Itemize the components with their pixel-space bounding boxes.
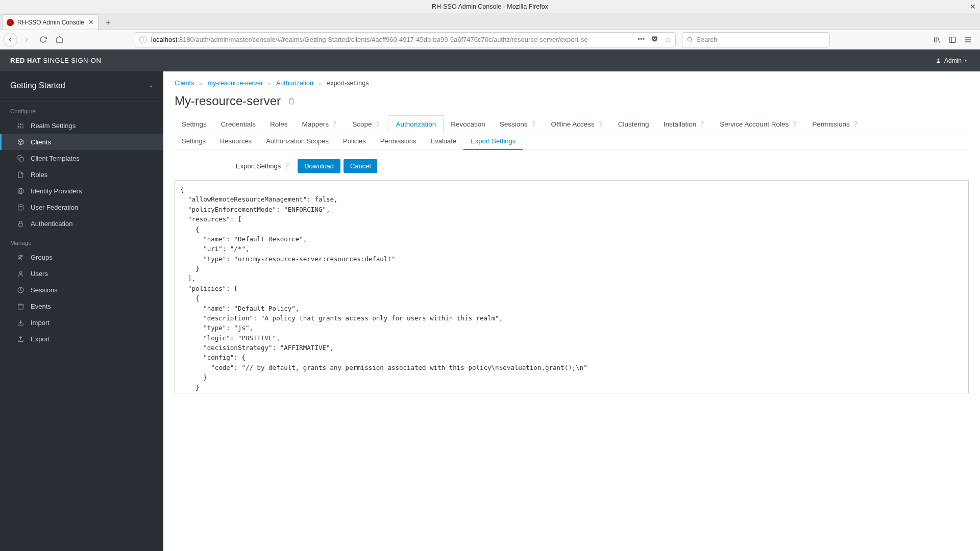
sidebar-item-clients[interactable]: Clients xyxy=(0,134,163,150)
help-icon[interactable]: ❔ xyxy=(530,121,537,128)
search-bar[interactable]: Search xyxy=(682,32,830,47)
sidebar-icon[interactable] xyxy=(948,36,957,44)
sidebar-item-export[interactable]: Export xyxy=(0,331,163,347)
tab-installation[interactable]: Installation❔ xyxy=(656,115,713,133)
main-content: Clients » my-resource-server » Authoriza… xyxy=(163,71,980,551)
browser-navbar: i localhost :8180/auth/admin/master/cons… xyxy=(0,30,980,49)
breadcrumb-link[interactable]: Clients xyxy=(175,80,194,87)
help-icon[interactable]: ❔ xyxy=(852,121,859,128)
help-icon[interactable]: ❔ xyxy=(283,163,290,169)
sidebar-item-events[interactable]: Events xyxy=(0,298,163,314)
nav-section-manage: Manage xyxy=(0,232,163,249)
sidebar-item-sessions[interactable]: Sessions xyxy=(0,282,163,298)
site-info-icon[interactable]: i xyxy=(139,36,147,43)
clock-icon xyxy=(17,287,24,293)
help-icon[interactable]: ❔ xyxy=(331,121,338,128)
sidebar-item-roles[interactable]: Roles xyxy=(0,166,163,183)
sliders-icon xyxy=(17,122,24,129)
tab-authorization[interactable]: Authorization xyxy=(388,115,444,133)
arrow-left-icon xyxy=(7,36,14,43)
svg-rect-1 xyxy=(949,37,955,42)
home-button[interactable] xyxy=(52,33,66,47)
cancel-button[interactable]: Cancel xyxy=(344,159,377,173)
tab-permissions[interactable]: Permissions❔ xyxy=(805,115,866,133)
trash-icon xyxy=(288,97,295,105)
realm-name: Getting Started xyxy=(10,81,65,90)
tab-credentials[interactable]: Credentials xyxy=(214,115,263,133)
sidebar-item-users[interactable]: Users xyxy=(0,265,163,282)
sidebar-item-import[interactable]: Import xyxy=(0,314,163,331)
subtab-settings[interactable]: Settings xyxy=(175,133,213,149)
subtab-permissions[interactable]: Permissions xyxy=(373,133,424,149)
breadcrumb-link[interactable]: my-resource-server xyxy=(208,80,263,87)
tab-settings[interactable]: Settings xyxy=(175,115,214,133)
subtab-resources[interactable]: Resources xyxy=(213,133,259,149)
pocket-icon[interactable] xyxy=(651,35,658,43)
nav-section-configure: Configure xyxy=(0,100,163,117)
user-menu[interactable]: Admin ▾ xyxy=(936,57,970,64)
window-close-button[interactable]: ✕ xyxy=(970,3,976,11)
breadcrumb-link[interactable]: Authorization xyxy=(276,80,313,87)
user-icon xyxy=(17,270,24,277)
database-icon xyxy=(17,204,24,211)
breadcrumb-separator: » xyxy=(318,81,322,86)
subtab-evaluate[interactable]: Evaluate xyxy=(424,133,464,149)
help-icon[interactable]: ❔ xyxy=(791,121,798,128)
browser-tab[interactable]: RH-SSO Admin Console ✕ xyxy=(2,14,99,30)
copy-icon xyxy=(17,155,24,162)
library-icon[interactable] xyxy=(933,36,941,44)
export-form-row: Export Settings ❔ Download Cancel xyxy=(175,159,969,173)
subtab-authorization-scopes[interactable]: Authorization Scopes xyxy=(259,133,336,149)
sidebar-item-authentication[interactable]: Authentication xyxy=(0,215,163,232)
export-settings-label: Export Settings ❔ xyxy=(236,162,290,170)
chevron-down-icon: ⌄ xyxy=(149,82,153,89)
breadcrumb: Clients » my-resource-server » Authoriza… xyxy=(175,80,969,87)
svg-point-2 xyxy=(938,59,940,61)
forward-button[interactable] xyxy=(19,33,34,47)
sidebar-item-user-federation[interactable]: User Federation xyxy=(0,199,163,215)
sidebar-item-realm-settings[interactable]: Realm Settings xyxy=(0,117,163,134)
tab-close-icon[interactable]: ✕ xyxy=(84,18,94,26)
page-actions-icon[interactable]: ••• xyxy=(638,35,645,44)
new-tab-button[interactable]: + xyxy=(102,16,115,30)
sidebar: Getting Started ⌄ Configure Realm Settin… xyxy=(0,71,163,551)
favicon-icon xyxy=(7,19,14,26)
subtab-export-settings[interactable]: Export Settings xyxy=(463,133,523,150)
tab-scope[interactable]: Scope❔ xyxy=(345,115,388,133)
realm-selector[interactable]: Getting Started ⌄ xyxy=(0,71,163,100)
menu-icon[interactable] xyxy=(964,36,972,44)
back-button[interactable] xyxy=(3,33,17,47)
svg-point-5 xyxy=(18,205,23,206)
download-button[interactable]: Download xyxy=(298,159,340,173)
svg-point-9 xyxy=(19,271,21,273)
breadcrumb-separator: » xyxy=(268,81,272,86)
brand-logo[interactable]: RED HAT SINGLE SIGN-ON xyxy=(10,57,101,64)
file-icon xyxy=(17,171,24,178)
sidebar-item-groups[interactable]: Groups xyxy=(0,249,163,265)
help-icon[interactable]: ❔ xyxy=(698,121,705,128)
tab-revocation[interactable]: Revocation xyxy=(444,115,493,133)
svg-rect-6 xyxy=(19,223,23,226)
sidebar-item-identity-providers[interactable]: Identity Providers xyxy=(0,183,163,199)
sidebar-item-client-templates[interactable]: Client Templates xyxy=(0,150,163,166)
bookmark-star-icon[interactable]: ☆ xyxy=(665,35,671,44)
users-icon xyxy=(17,254,24,261)
help-icon[interactable]: ❔ xyxy=(374,121,381,128)
help-icon[interactable]: ❔ xyxy=(597,121,604,128)
tab-roles[interactable]: Roles xyxy=(263,115,295,133)
tab-clustering[interactable]: Clustering xyxy=(611,115,656,133)
tab-offline-access[interactable]: Offline Access❔ xyxy=(544,115,611,133)
arrow-right-icon xyxy=(23,36,30,43)
delete-client-button[interactable] xyxy=(288,97,295,105)
tab-service-account-roles[interactable]: Service Account Roles❔ xyxy=(713,115,805,133)
upload-icon xyxy=(17,336,24,342)
svg-point-8 xyxy=(21,255,23,257)
window-titlebar: RH-SSO Admin Console - Mozilla Firefox ✕ xyxy=(0,0,980,13)
reload-button[interactable] xyxy=(36,33,50,47)
calendar-icon xyxy=(17,303,24,310)
subtab-policies[interactable]: Policies xyxy=(336,133,373,149)
tab-mappers[interactable]: Mappers❔ xyxy=(295,115,346,133)
url-bar[interactable]: i localhost :8180/auth/admin/master/cons… xyxy=(135,32,676,47)
export-json-textarea[interactable]: { "allowRemoteResourceManagement": false… xyxy=(175,180,969,393)
tab-sessions[interactable]: Sessions❔ xyxy=(493,115,544,133)
